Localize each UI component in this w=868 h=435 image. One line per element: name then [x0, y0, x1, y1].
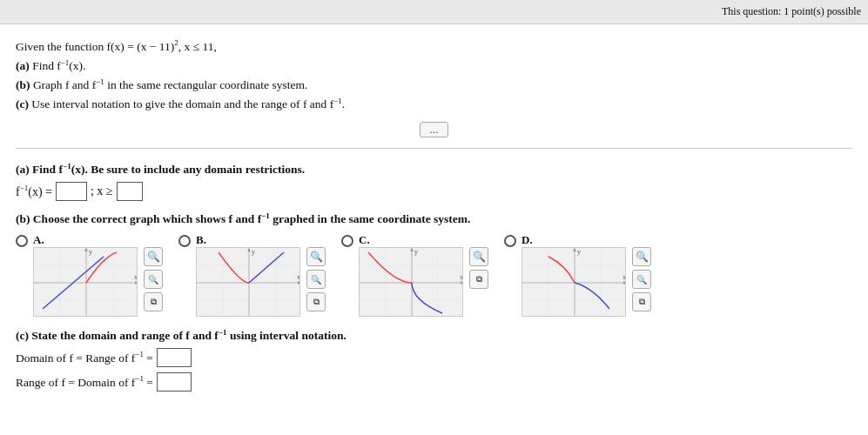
graph-b-row: x y 🔍 🔍 ⧉	[196, 247, 326, 317]
zoom-out-a-icon[interactable]: 🔍	[144, 270, 163, 289]
f-inverse-input[interactable]	[56, 182, 87, 201]
svg-marker-37	[573, 248, 576, 251]
option-d[interactable]: D.	[504, 233, 651, 317]
svg-text:y: y	[89, 248, 92, 256]
zoom-d-icon[interactable]: 🔍	[632, 247, 651, 266]
part-a-label: (a) Find f−1(x). Be sure to include any …	[16, 161, 852, 177]
range-f-line: Range of f = Domain of f−1 =	[16, 372, 852, 392]
zoom-a-icon[interactable]: 🔍	[144, 247, 163, 266]
radio-d[interactable]	[504, 235, 516, 247]
svg-text:y: y	[414, 248, 418, 256]
option-a[interactable]: A.	[16, 233, 163, 317]
svg-marker-16	[298, 281, 300, 284]
graph-d-image: x y	[521, 247, 626, 317]
domain-input[interactable]	[157, 348, 192, 367]
x-constraint-input[interactable]	[117, 182, 143, 201]
top-bar: This question: 1 point(s) possible	[0, 0, 868, 24]
graph-b-icons: 🔍 🔍 ⧉	[306, 247, 326, 311]
svg-marker-17	[247, 248, 251, 251]
option-b-content: B.	[196, 233, 326, 317]
top-bar-text: This question: 1 point(s) possible	[722, 5, 861, 18]
zoom-out-d-icon[interactable]: 🔍	[632, 270, 651, 289]
main-content: Given the function f(x) = (x − 11)2, x ≤…	[0, 24, 868, 411]
zoom-b-icon[interactable]: 🔍	[306, 247, 326, 266]
svg-marker-7	[84, 248, 88, 251]
see-more-container: ...	[16, 122, 852, 141]
radio-b[interactable]	[178, 235, 191, 247]
option-b[interactable]: B.	[178, 233, 326, 317]
problem-statement: Given the function f(x) = (x − 11)2, x ≤…	[16, 37, 852, 113]
svg-marker-6	[135, 281, 138, 284]
graph-c-svg: x y	[360, 248, 463, 317]
zoom-c-icon[interactable]: 🔍	[469, 247, 488, 266]
graph-options-row: A.	[16, 233, 852, 317]
graph-d-svg: x y	[522, 248, 626, 317]
graph-a-icons: 🔍 🔍 ⧉	[144, 247, 163, 311]
svg-text:x: x	[460, 273, 463, 281]
svg-text:x: x	[297, 273, 300, 281]
graph-a-row: x y 🔍 🔍 ⧉	[33, 247, 163, 317]
expand-c-icon[interactable]: ⧉	[469, 270, 488, 289]
option-c[interactable]: C.	[341, 233, 488, 317]
part-c-label: (c) State the domain and range of f and …	[16, 327, 852, 343]
radio-a[interactable]	[16, 235, 28, 247]
part-c-section: (c) State the domain and range of f and …	[16, 327, 852, 392]
graph-c-image: x y	[359, 247, 463, 317]
graph-d-icons: 🔍 🔍 ⧉	[632, 247, 651, 311]
graph-b-svg: x y	[197, 248, 300, 317]
radio-c[interactable]	[341, 235, 353, 247]
svg-text:y: y	[252, 248, 255, 256]
graph-b-image: x y	[196, 247, 300, 317]
option-a-content: A.	[33, 233, 163, 317]
svg-marker-36	[623, 281, 626, 284]
svg-marker-27	[410, 248, 414, 251]
graph-c-icons: 🔍 ⧉	[469, 247, 488, 289]
graph-a-svg: x y	[34, 248, 138, 317]
graph-d-row: x y 🔍 🔍 ⧉	[521, 247, 651, 317]
part-b-section: (b) Choose the correct graph which shows…	[16, 211, 852, 318]
svg-text:y: y	[577, 248, 581, 256]
svg-text:x: x	[134, 273, 138, 281]
svg-text:x: x	[622, 273, 626, 281]
part-b-label: (b) Choose the correct graph which shows…	[16, 211, 852, 227]
zoom-out-b-icon[interactable]: 🔍	[306, 270, 326, 289]
range-input[interactable]	[157, 372, 192, 392]
expand-b-icon[interactable]: ⧉	[306, 292, 326, 311]
option-d-content: D.	[521, 233, 651, 317]
see-more-button[interactable]: ...	[420, 122, 447, 137]
part-a-section: (a) Find f−1(x). Be sure to include any …	[16, 161, 852, 201]
expand-d-icon[interactable]: ⧉	[632, 292, 651, 311]
svg-marker-26	[461, 281, 463, 284]
domain-f-line: Domain of f = Range of f−1 =	[16, 348, 852, 367]
inverse-function-line: f−1(x) = ; x ≥	[16, 182, 852, 201]
graph-c-row: x y 🔍 ⧉	[359, 247, 488, 317]
option-c-content: C.	[359, 233, 488, 317]
graph-a-image: x y	[33, 247, 138, 317]
expand-a-icon[interactable]: ⧉	[144, 292, 163, 311]
divider	[16, 148, 852, 149]
